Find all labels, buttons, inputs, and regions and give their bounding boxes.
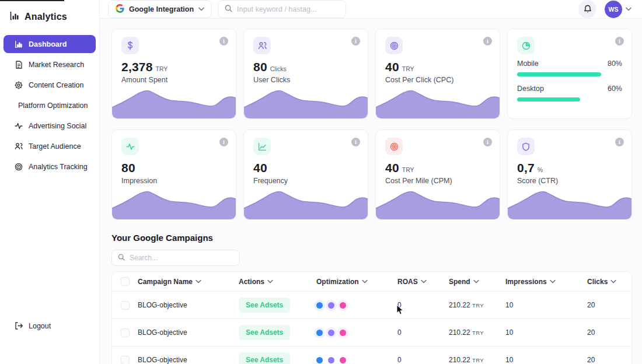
target-icon [385, 37, 403, 54]
see-adsets-button[interactable]: See Adsets [239, 352, 290, 364]
pie-chart-icon [517, 37, 535, 54]
see-adsets-button[interactable]: See Adsets [239, 298, 290, 313]
sidebar-item-label: Advertising Social [29, 122, 86, 130]
sparkline-area-chart [244, 85, 368, 118]
sidebar-item-dashboard[interactable]: Dashboard [4, 35, 96, 53]
info-icon[interactable]: i [219, 37, 228, 46]
dot-pink [340, 330, 346, 336]
see-adsets-button[interactable]: See Adsets [239, 325, 290, 340]
avatar: WS [605, 1, 622, 18]
dashboard-content: i 2,378 TRY Amount Spent i [100, 19, 642, 364]
sidebar-item-platform-optimization[interactable]: Platform Optimization [4, 96, 96, 114]
clicks-value: 20 [587, 356, 631, 364]
info-icon[interactable]: i [483, 37, 492, 46]
progress-bar-desktop [517, 97, 580, 102]
info-icon[interactable]: i [615, 37, 624, 46]
info-icon[interactable]: i [219, 138, 228, 146]
campaigns-search [111, 250, 240, 266]
document-icon [14, 60, 23, 69]
stat-card-frequency: i 40 Frequency [243, 130, 368, 220]
search-icon [225, 4, 232, 15]
device-percent: 60% [608, 85, 622, 93]
clicks-value: 20 [587, 328, 631, 337]
table-row: BLOG-objective See Adsets 0 210.22 TRY 1… [112, 346, 631, 364]
device-label: Mobile [517, 60, 539, 68]
stat-card-amount-spent: i 2,378 TRY Amount Spent [111, 29, 236, 119]
campaign-name: BLOG-objective [138, 356, 239, 364]
campaign-name: BLOG-objective [138, 301, 239, 309]
search-icon [118, 253, 125, 263]
impressions-value: 10 [505, 356, 587, 364]
stat-value: 40 [253, 161, 267, 175]
device-row-mobile: Mobile 80% [517, 60, 622, 76]
select-all-checkbox[interactable] [121, 277, 130, 286]
stat-card-impression: i 80 Impression [111, 130, 236, 220]
stat-unit: TRY [156, 65, 168, 72]
gear-icon [14, 80, 23, 90]
analytics-app: Analytics Dashboard Market Research Cont… [0, 0, 642, 364]
col-campaign-name[interactable]: Campaign Name [138, 278, 239, 286]
col-roas[interactable]: ROAS [397, 278, 449, 286]
sidebar-item-label: Analytics Tracking [29, 163, 88, 171]
campaign-name: BLOG-objective [138, 328, 239, 337]
progress-track [517, 72, 622, 76]
stat-card-ctr: i 0,7 % Score (CTR) [507, 130, 632, 220]
sidebar-item-content-creation[interactable]: Content Creation [4, 76, 96, 94]
info-icon[interactable]: i [615, 138, 624, 146]
sidebar-item-market-research[interactable]: Market Research [4, 55, 96, 74]
sidebar-item-advertising-social[interactable]: Advertising Social [4, 117, 96, 135]
device-label: Desktop [517, 85, 544, 93]
optimization-dots [316, 357, 397, 363]
sidebar-item-label: Content Creation [29, 81, 84, 89]
stat-card-cpm: i 40 TRY Cost Per Mile (CPM) [375, 130, 500, 220]
stat-label: User Clicks [244, 74, 368, 84]
row-checkbox[interactable] [121, 301, 130, 310]
logout-button[interactable]: Logout [4, 317, 96, 335]
sidebar-item-target-audience[interactable]: Target Audience [4, 137, 96, 155]
row-checkbox[interactable] [121, 356, 130, 364]
target-icon [385, 138, 403, 155]
sort-chevron-icon [610, 279, 616, 284]
col-impressions[interactable]: Impressions [505, 278, 587, 286]
target-icon [14, 162, 23, 172]
main-area: Google Integration WS [100, 0, 642, 364]
info-icon[interactable]: i [483, 138, 492, 146]
dollar-icon [121, 37, 139, 54]
col-clicks[interactable]: Clicks [587, 278, 631, 286]
table-row: BLOG-objective See Adsets 0 210.22 TRY 1… [112, 292, 631, 319]
stat-cards: i 2,378 TRY Amount Spent i [111, 29, 632, 220]
topbar: Google Integration WS [100, 0, 642, 19]
campaigns-table: Campaign Name Actions Optimization ROAS … [111, 271, 632, 364]
campaigns-search-input[interactable] [130, 254, 233, 262]
col-spend[interactable]: Spend [449, 278, 505, 286]
clicks-value: 20 [587, 301, 631, 309]
stat-label: Score (CTR) [508, 175, 631, 185]
sidebar-item-analytics-tracking[interactable]: Analytics Tracking [4, 158, 96, 176]
stat-unit: Clicks [270, 65, 287, 72]
sort-chevron-icon [550, 279, 556, 284]
bar-chart-logo-icon [9, 10, 20, 23]
sidebar: Analytics Dashboard Market Research Cont… [0, 0, 100, 364]
row-checkbox[interactable] [121, 328, 130, 337]
info-icon[interactable]: i [351, 138, 360, 146]
table-header: Campaign Name Actions Optimization ROAS … [112, 272, 631, 292]
stat-unit: % [538, 166, 543, 173]
topbar-right: WS [578, 0, 631, 18]
sparkline-area-chart [112, 186, 236, 219]
col-actions[interactable]: Actions [239, 278, 316, 286]
info-icon[interactable]: i [351, 37, 360, 46]
progress-bar-mobile [517, 72, 601, 76]
sparkline-area-chart [376, 186, 500, 219]
stat-label: Frequency [244, 175, 368, 185]
notifications-button[interactable] [578, 0, 596, 18]
dot-purple [328, 357, 334, 363]
dot-pink [340, 357, 346, 363]
app-logo: Analytics [0, 0, 99, 32]
keyword-search-input[interactable] [237, 5, 339, 13]
col-optimization[interactable]: Optimization [316, 278, 397, 286]
impressions-value: 10 [505, 301, 587, 309]
table-row: BLOG-objective See Adsets 0 210.22 TRY 1… [112, 319, 631, 346]
google-integration-dropdown[interactable]: Google Integration [108, 0, 212, 18]
user-menu[interactable]: WS [605, 1, 631, 18]
bell-icon [584, 5, 592, 13]
